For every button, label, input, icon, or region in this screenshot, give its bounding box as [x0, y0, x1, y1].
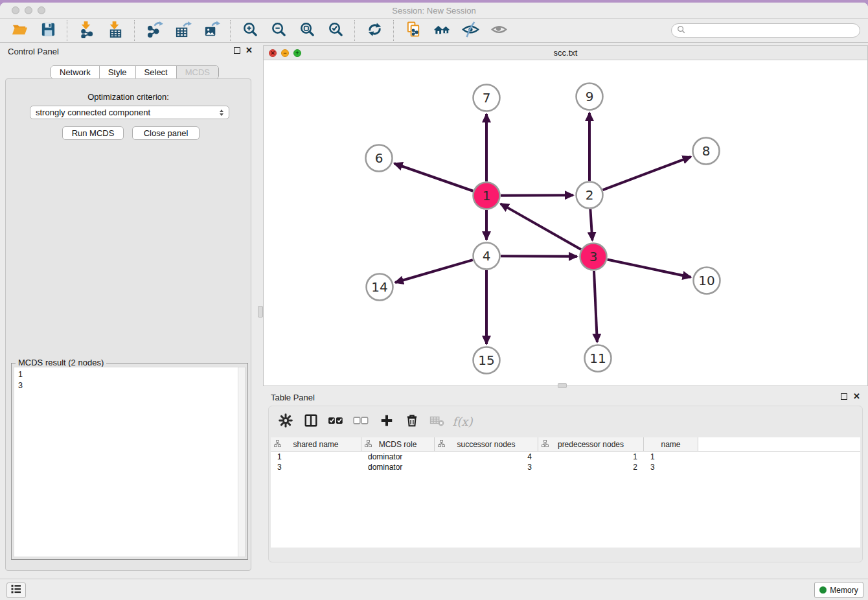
graph-node-11[interactable]: 11: [585, 345, 611, 372]
result-scrollbar[interactable]: [238, 367, 245, 557]
clone-network-button[interactable]: [402, 20, 424, 41]
tab-network[interactable]: Network: [51, 66, 99, 78]
toolbar-separator: [393, 20, 394, 41]
zoom-out-button[interactable]: [268, 20, 290, 41]
graph-edge-4-3[interactable]: [501, 256, 577, 257]
export-image-button[interactable]: [200, 20, 222, 41]
mcds-result-area[interactable]: 1 3: [14, 367, 246, 557]
search-input[interactable]: [689, 25, 854, 36]
memory-button[interactable]: Memory: [814, 582, 863, 598]
network-minimize-button[interactable]: −: [281, 49, 289, 57]
network-close-button[interactable]: ✕: [269, 49, 277, 57]
hide-selected-button[interactable]: [459, 20, 481, 41]
table-panel: Table Panel ✕ f(x) shared nameMCDS roles…: [263, 389, 868, 579]
float-panel-icon[interactable]: [234, 47, 240, 54]
table-row[interactable]: 1dominator411: [271, 452, 860, 462]
table-cell: 1: [271, 452, 361, 461]
export-network-icon: [146, 21, 163, 40]
tab-mcds[interactable]: MCDS: [176, 66, 218, 78]
close-panel-icon[interactable]: ✕: [246, 46, 253, 55]
unchecked-boxes-icon: [353, 413, 370, 430]
minimize-window-button[interactable]: [25, 6, 32, 14]
column-header-name[interactable]: name: [644, 437, 698, 451]
import-network-button[interactable]: [76, 20, 98, 41]
export-table-icon: [174, 21, 192, 40]
open-session-button[interactable]: [8, 20, 30, 41]
graph-edge-1-2[interactable]: [501, 195, 573, 196]
column-header-predecessor-nodes[interactable]: predecessor nodes: [538, 437, 644, 451]
graph-node-10[interactable]: 10: [694, 268, 720, 294]
graph-edge-3-11[interactable]: [594, 271, 597, 342]
graph-node-2[interactable]: 2: [577, 182, 603, 209]
svg-text:14: 14: [371, 279, 387, 295]
zoom-window-button[interactable]: [38, 6, 45, 14]
zoom-selected-button[interactable]: [325, 20, 347, 41]
zoom-fit-button[interactable]: [296, 20, 318, 41]
optimization-dropdown[interactable]: strongly connected component: [30, 106, 229, 119]
graph-node-9[interactable]: 9: [577, 84, 603, 110]
create-column-button[interactable]: [379, 413, 394, 429]
function-builder-button[interactable]: f(x): [455, 413, 470, 429]
horizontal-splitter-handle[interactable]: [558, 383, 567, 388]
table-cell: 1: [644, 452, 698, 461]
column-header-MCDS-role[interactable]: MCDS role: [361, 437, 435, 451]
import-table-button[interactable]: [104, 20, 126, 41]
svg-text:11: 11: [589, 351, 606, 366]
table-cell: 3: [644, 463, 698, 472]
graph-node-6[interactable]: 6: [366, 145, 393, 172]
column-header-shared-name[interactable]: shared name: [271, 437, 361, 451]
save-session-button[interactable]: [37, 20, 59, 41]
graph-node-4[interactable]: 4: [474, 243, 500, 270]
graph-node-1[interactable]: 1: [474, 183, 500, 209]
first-neighbors-button[interactable]: [431, 20, 453, 41]
table-panel-title: Table Panel: [271, 393, 315, 402]
graph-edge-3-1[interactable]: [501, 203, 581, 249]
column-header-successor-nodes[interactable]: successor nodes: [435, 437, 538, 451]
run-mcds-button[interactable]: Run MCDS: [62, 126, 124, 140]
export-table-button[interactable]: [172, 20, 194, 41]
vertical-splitter-handle[interactable]: [258, 306, 263, 317]
select-all-columns-button[interactable]: [328, 413, 344, 429]
graph-node-14[interactable]: 14: [367, 274, 393, 301]
network-canvas[interactable]: 7968124314101511: [264, 60, 867, 386]
tab-select[interactable]: Select: [135, 66, 176, 78]
graph-node-15[interactable]: 15: [474, 347, 500, 374]
table-delete-icon: [429, 413, 445, 430]
task-history-button[interactable]: [6, 583, 26, 598]
attribute-settings-button[interactable]: [278, 413, 293, 429]
graph-node-3[interactable]: 3: [580, 244, 607, 270]
dropdown-stepper-icon: [220, 110, 223, 116]
show-all-button[interactable]: [488, 20, 510, 41]
float-table-panel-icon[interactable]: [841, 393, 847, 400]
apply-layout-button[interactable]: [363, 20, 385, 41]
tab-style[interactable]: Style: [99, 66, 135, 78]
network-zoom-button[interactable]: +: [293, 49, 301, 57]
column-type-icon: [274, 440, 281, 450]
close-table-panel-icon[interactable]: ✕: [853, 392, 860, 401]
delete-table-button[interactable]: [429, 413, 445, 429]
close-panel-button[interactable]: Close panel: [132, 126, 200, 140]
graph-edge-3-10[interactable]: [608, 260, 691, 277]
control-panel: Control Panel ✕ NetworkStyleSelectMCDS O…: [0, 43, 257, 579]
graph-edge-1-6[interactable]: [394, 163, 474, 190]
mcds-result-group: MCDS result (2 nodes) 1 3: [11, 363, 248, 560]
network-view-title: scc.txt: [264, 48, 867, 58]
export-network-button[interactable]: [143, 20, 165, 41]
graph-node-7[interactable]: 7: [474, 85, 500, 111]
table-cell: 4: [435, 452, 538, 461]
table-row[interactable]: 3dominator323: [271, 462, 860, 472]
graph-edge-2-8[interactable]: [603, 157, 691, 190]
close-window-button[interactable]: [12, 6, 19, 14]
svg-text:7: 7: [483, 90, 491, 106]
control-panel-title: Control Panel: [8, 47, 59, 56]
graph-edge-2-3[interactable]: [590, 209, 592, 240]
zoom-in-button[interactable]: [239, 20, 261, 41]
delete-columns-button[interactable]: [404, 413, 420, 429]
unselect-all-columns-button[interactable]: [354, 413, 369, 429]
graph-node-8[interactable]: 8: [693, 138, 720, 165]
graph-edge-4-14[interactable]: [395, 260, 473, 283]
fx-icon: f(x): [453, 415, 473, 428]
svg-text:8: 8: [702, 143, 711, 159]
show-column-panel-button[interactable]: [303, 413, 319, 429]
export-image-icon: [203, 21, 220, 40]
